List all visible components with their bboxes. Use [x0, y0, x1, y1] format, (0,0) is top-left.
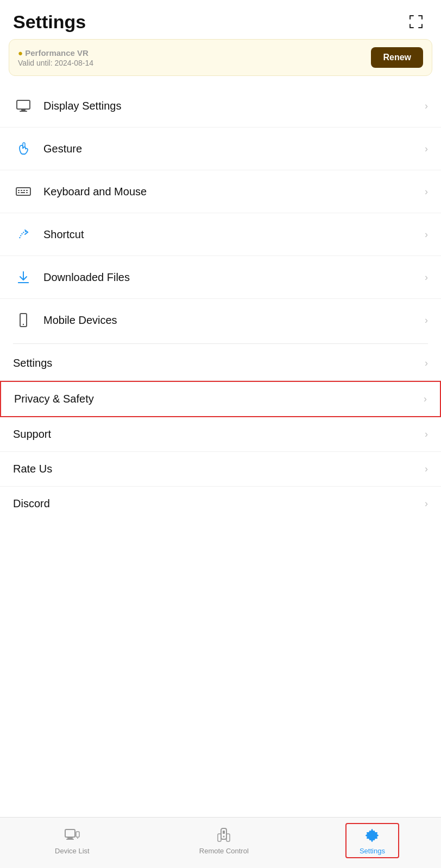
chevron-icon: ›	[425, 315, 428, 326]
svg-rect-17	[21, 192, 25, 193]
chevron-icon: ›	[425, 429, 428, 440]
remote-control-nav-label: Remote Control	[199, 847, 249, 855]
promo-banner: ● Performance VR Valid until: 2024-08-14…	[9, 39, 432, 76]
keyboard-icon	[13, 181, 34, 202]
gesture-icon	[13, 138, 34, 159]
mobile-icon	[13, 310, 34, 330]
settings-nav-label: Settings	[360, 847, 385, 855]
display-settings-label: Display Settings	[43, 100, 420, 112]
chevron-icon: ›	[425, 100, 428, 112]
nav-item-device-list[interactable]: Device List	[42, 824, 103, 857]
shortcut-icon	[13, 224, 34, 245]
settings-section-label: Settings	[13, 357, 420, 369]
chevron-icon: ›	[424, 393, 427, 405]
promo-name: ● Performance VR	[18, 48, 93, 58]
display-icon	[13, 95, 34, 116]
settings-item-discord[interactable]: Discord ›	[0, 487, 441, 521]
settings-item-mobile[interactable]: Mobile Devices ›	[0, 299, 441, 341]
chevron-icon: ›	[425, 186, 428, 197]
settings-items-list: Display Settings › Gesture ›	[0, 85, 441, 341]
svg-rect-20	[18, 282, 29, 283]
settings-item-downloads[interactable]: Downloaded Files ›	[0, 256, 441, 299]
chevron-icon: ›	[425, 358, 428, 369]
settings-item-support[interactable]: Support ›	[0, 417, 441, 452]
svg-rect-14	[23, 190, 25, 191]
svg-rect-8	[17, 100, 30, 109]
shortcut-label: Shortcut	[43, 228, 420, 241]
svg-point-30	[223, 836, 225, 838]
chevron-icon: ›	[425, 143, 428, 155]
mobile-devices-label: Mobile Devices	[43, 314, 420, 327]
settings-item-privacy[interactable]: Privacy & Safety ›	[0, 381, 441, 417]
remote-control-icon	[215, 826, 233, 845]
svg-rect-15	[26, 190, 28, 191]
svg-point-27	[77, 838, 78, 839]
svg-rect-23	[65, 829, 75, 837]
rate-us-label: Rate Us	[13, 463, 420, 475]
svg-rect-29	[223, 831, 225, 834]
svg-rect-7	[421, 24, 423, 28]
download-icon	[13, 267, 34, 288]
device-list-nav-label: Device List	[55, 847, 90, 855]
svg-rect-25	[66, 839, 74, 840]
chevron-icon: ›	[425, 272, 428, 283]
header: Settings	[0, 0, 441, 39]
svg-rect-24	[67, 837, 73, 839]
privacy-safety-label: Privacy & Safety	[14, 393, 419, 405]
settings-section-list: Settings › Privacy & Safety › Support › …	[0, 346, 441, 521]
svg-rect-11	[16, 188, 30, 195]
settings-item-gesture[interactable]: Gesture ›	[0, 127, 441, 170]
renew-button[interactable]: Renew	[371, 47, 423, 68]
bottom-nav: Device List Remote Control Settings	[0, 817, 441, 868]
keyboard-mouse-label: Keyboard and Mouse	[43, 186, 420, 198]
settings-item-display[interactable]: Display Settings ›	[0, 85, 441, 127]
promo-valid-date: Valid until: 2024-08-14	[18, 59, 93, 67]
svg-rect-26	[76, 832, 79, 837]
svg-rect-9	[21, 109, 26, 111]
svg-rect-16	[18, 192, 20, 193]
gesture-label: Gesture	[43, 143, 420, 155]
section-divider	[13, 343, 428, 344]
svg-rect-12	[18, 190, 20, 191]
svg-rect-18	[26, 192, 28, 193]
downloaded-files-label: Downloaded Files	[43, 271, 420, 284]
svg-rect-1	[410, 15, 411, 20]
settings-item-keyboard[interactable]: Keyboard and Mouse ›	[0, 170, 441, 213]
page-title: Settings	[13, 11, 86, 33]
svg-point-22	[23, 324, 24, 325]
scan-icon[interactable]	[404, 10, 428, 34]
svg-rect-5	[410, 24, 411, 28]
svg-rect-13	[21, 190, 22, 191]
settings-gear-icon	[363, 826, 381, 845]
device-list-icon	[63, 826, 81, 845]
support-label: Support	[13, 428, 420, 441]
chevron-icon: ›	[425, 498, 428, 509]
chevron-icon: ›	[425, 463, 428, 475]
svg-rect-3	[421, 15, 423, 20]
discord-label: Discord	[13, 497, 420, 510]
nav-item-settings[interactable]: Settings	[345, 823, 399, 858]
settings-item-settings[interactable]: Settings ›	[0, 346, 441, 381]
settings-item-rate-us[interactable]: Rate Us ›	[0, 452, 441, 487]
svg-rect-10	[20, 111, 27, 112]
promo-info: ● Performance VR Valid until: 2024-08-14	[18, 48, 93, 67]
chevron-icon: ›	[425, 229, 428, 240]
settings-item-shortcut[interactable]: Shortcut ›	[0, 213, 441, 256]
nav-item-remote-control[interactable]: Remote Control	[186, 824, 262, 857]
